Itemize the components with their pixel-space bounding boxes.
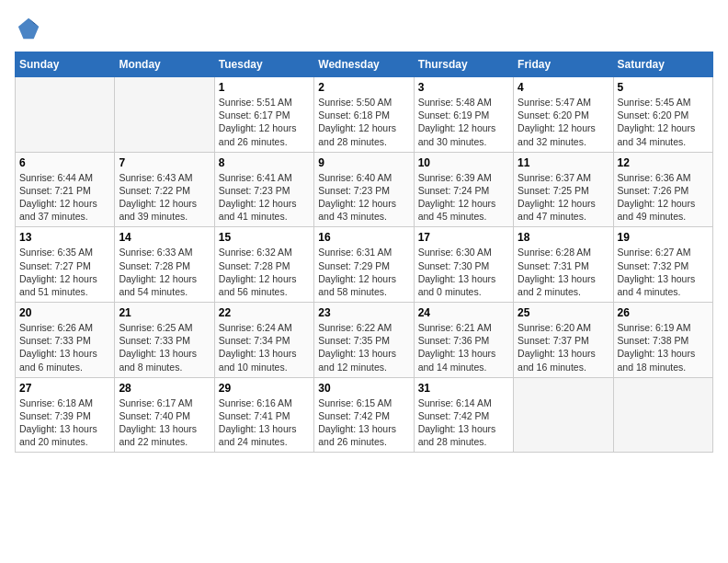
day-number: 2 xyxy=(318,81,409,94)
cell-info: Sunset: 7:24 PM xyxy=(418,184,509,197)
cell-info: Sunrise: 6:24 AM xyxy=(219,321,310,334)
cell-info: Daylight: 12 hours and 58 minutes. xyxy=(318,272,409,298)
calendar-cell: 1Sunrise: 5:51 AMSunset: 6:17 PMDaylight… xyxy=(214,77,313,153)
calendar-cell: 22Sunrise: 6:24 AMSunset: 7:34 PMDayligh… xyxy=(214,303,313,378)
cell-info: Daylight: 13 hours and 16 minutes. xyxy=(518,347,609,373)
day-number: 16 xyxy=(318,231,409,244)
cell-info: Sunset: 7:42 PM xyxy=(418,409,509,422)
calendar-cell: 14Sunrise: 6:33 AMSunset: 7:28 PMDayligh… xyxy=(115,227,214,303)
cell-info: Daylight: 12 hours and 47 minutes. xyxy=(518,197,609,223)
cell-info: Sunset: 7:32 PM xyxy=(618,259,709,272)
cell-info: Sunset: 7:33 PM xyxy=(19,334,110,347)
day-number: 3 xyxy=(418,81,509,94)
day-number: 10 xyxy=(418,156,509,169)
cell-info: Sunrise: 6:36 AM xyxy=(618,171,709,184)
calendar-cell: 4Sunrise: 5:47 AMSunset: 6:20 PMDaylight… xyxy=(514,77,613,153)
calendar-cell: 21Sunrise: 6:25 AMSunset: 7:33 PMDayligh… xyxy=(115,303,214,378)
cell-info: Daylight: 13 hours and 14 minutes. xyxy=(418,347,509,373)
calendar-cell: 17Sunrise: 6:30 AMSunset: 7:30 PMDayligh… xyxy=(414,227,513,303)
day-number: 23 xyxy=(318,306,409,319)
col-header-tuesday: Tuesday xyxy=(214,52,313,77)
cell-info: Sunset: 7:36 PM xyxy=(418,334,509,347)
cell-info: Sunset: 7:40 PM xyxy=(119,409,210,422)
day-number: 29 xyxy=(219,382,310,395)
cell-info: Daylight: 13 hours and 26 minutes. xyxy=(318,422,409,448)
cell-info: Daylight: 13 hours and 10 minutes. xyxy=(219,347,310,373)
cell-info: Sunrise: 6:31 AM xyxy=(318,246,409,259)
day-number: 15 xyxy=(219,231,310,244)
cell-info: Sunrise: 6:28 AM xyxy=(518,246,609,259)
cell-info: Sunset: 7:28 PM xyxy=(119,259,210,272)
cell-info: Sunset: 7:34 PM xyxy=(219,334,310,347)
calendar-cell: 5Sunrise: 5:45 AMSunset: 6:20 PMDaylight… xyxy=(613,77,712,153)
cell-info: Daylight: 12 hours and 37 minutes. xyxy=(19,197,110,223)
cell-info: Sunrise: 5:50 AM xyxy=(318,96,409,109)
cell-info: Daylight: 12 hours and 30 minutes. xyxy=(418,121,509,147)
cell-info: Sunrise: 6:41 AM xyxy=(219,171,310,184)
calendar-cell: 19Sunrise: 6:27 AMSunset: 7:32 PMDayligh… xyxy=(613,227,712,303)
cell-info: Sunset: 7:38 PM xyxy=(618,334,709,347)
cell-info: Sunset: 7:28 PM xyxy=(219,259,310,272)
cell-info: Daylight: 12 hours and 56 minutes. xyxy=(219,272,310,298)
calendar-cell: 23Sunrise: 6:22 AMSunset: 7:35 PMDayligh… xyxy=(314,303,414,378)
calendar-cell: 2Sunrise: 5:50 AMSunset: 6:18 PMDaylight… xyxy=(314,77,414,153)
cell-info: Sunset: 7:42 PM xyxy=(318,409,409,422)
calendar-cell: 6Sunrise: 6:44 AMSunset: 7:21 PMDaylight… xyxy=(16,152,115,227)
calendar-cell: 29Sunrise: 6:16 AMSunset: 7:41 PMDayligh… xyxy=(214,377,313,453)
cell-info: Daylight: 12 hours and 45 minutes. xyxy=(418,197,509,223)
cell-info: Daylight: 12 hours and 54 minutes. xyxy=(119,272,210,298)
cell-info: Daylight: 12 hours and 41 minutes. xyxy=(219,197,310,223)
cell-info: Sunrise: 6:19 AM xyxy=(618,321,709,334)
cell-info: Sunset: 7:30 PM xyxy=(418,259,509,272)
cell-info: Sunrise: 6:35 AM xyxy=(19,246,110,259)
calendar-cell: 30Sunrise: 6:15 AMSunset: 7:42 PMDayligh… xyxy=(314,377,414,453)
cell-info: Sunset: 6:20 PM xyxy=(518,109,609,121)
calendar-cell xyxy=(514,377,613,453)
cell-info: Daylight: 13 hours and 0 minutes. xyxy=(418,272,509,298)
day-number: 6 xyxy=(19,156,110,169)
day-number: 9 xyxy=(318,156,409,169)
cell-info: Daylight: 12 hours and 39 minutes. xyxy=(119,197,210,223)
cell-info: Daylight: 12 hours and 43 minutes. xyxy=(318,197,409,223)
day-number: 5 xyxy=(618,81,709,94)
cell-info: Sunrise: 6:32 AM xyxy=(219,246,310,259)
calendar-cell xyxy=(613,377,712,453)
cell-info: Sunset: 7:39 PM xyxy=(19,409,110,422)
cell-info: Sunset: 6:18 PM xyxy=(318,109,409,121)
day-number: 18 xyxy=(518,231,609,244)
day-number: 27 xyxy=(19,382,110,395)
cell-info: Daylight: 13 hours and 28 minutes. xyxy=(418,422,509,448)
cell-info: Sunrise: 6:43 AM xyxy=(119,171,210,184)
calendar-cell: 3Sunrise: 5:48 AMSunset: 6:19 PMDaylight… xyxy=(414,77,513,153)
logo-icon xyxy=(17,15,42,40)
day-number: 19 xyxy=(618,231,709,244)
calendar-cell: 25Sunrise: 6:20 AMSunset: 7:37 PMDayligh… xyxy=(514,303,613,378)
col-header-sunday: Sunday xyxy=(16,52,115,77)
day-number: 25 xyxy=(518,306,609,319)
col-header-friday: Friday xyxy=(514,52,613,77)
cell-info: Sunrise: 6:22 AM xyxy=(318,321,409,334)
cell-info: Daylight: 13 hours and 6 minutes. xyxy=(19,347,110,373)
calendar-cell: 24Sunrise: 6:21 AMSunset: 7:36 PMDayligh… xyxy=(414,303,513,378)
calendar-cell: 15Sunrise: 6:32 AMSunset: 7:28 PMDayligh… xyxy=(214,227,313,303)
calendar-table: SundayMondayTuesdayWednesdayThursdayFrid… xyxy=(15,52,713,453)
cell-info: Sunrise: 6:14 AM xyxy=(418,396,509,409)
cell-info: Sunrise: 6:21 AM xyxy=(418,321,509,334)
cell-info: Daylight: 13 hours and 20 minutes. xyxy=(19,422,110,448)
cell-info: Daylight: 13 hours and 24 minutes. xyxy=(219,422,310,448)
day-number: 8 xyxy=(219,156,310,169)
day-number: 24 xyxy=(418,306,509,319)
cell-info: Sunrise: 5:51 AM xyxy=(219,96,310,109)
calendar-cell xyxy=(115,77,214,153)
cell-info: Sunset: 6:19 PM xyxy=(418,109,509,121)
cell-info: Sunrise: 6:20 AM xyxy=(518,321,609,334)
cell-info: Sunrise: 6:44 AM xyxy=(19,171,110,184)
cell-info: Sunset: 7:23 PM xyxy=(219,184,310,197)
calendar-cell: 9Sunrise: 6:40 AMSunset: 7:23 PMDaylight… xyxy=(314,152,414,227)
cell-info: Daylight: 12 hours and 28 minutes. xyxy=(318,121,409,147)
day-number: 12 xyxy=(618,156,709,169)
cell-info: Sunrise: 6:25 AM xyxy=(119,321,210,334)
day-number: 11 xyxy=(518,156,609,169)
cell-info: Sunset: 6:17 PM xyxy=(219,109,310,121)
calendar-cell: 31Sunrise: 6:14 AMSunset: 7:42 PMDayligh… xyxy=(414,377,513,453)
